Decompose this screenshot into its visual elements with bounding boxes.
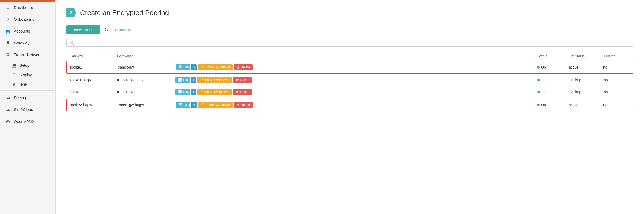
ha-status-cell: backup: [569, 78, 604, 82]
page-header: 2 Create an Encrypted Peering: [66, 8, 633, 17]
ha-status-cell: backup: [569, 90, 604, 94]
sidebar-label-dashboard: Dashboard: [14, 5, 33, 10]
transit-network-icon: ⚙: [5, 52, 11, 57]
gateway2-cell: transit-gw: [117, 90, 175, 94]
search-input[interactable]: [76, 41, 630, 45]
key-icon: 🔑: [201, 103, 205, 107]
sidebar-label-transit-network: Transit Network: [14, 52, 41, 57]
gateway-icon: 🖥: [5, 41, 11, 45]
toolbar: + New Peering ↻ Instructions: [66, 25, 633, 34]
table-row: spoke2-hagw transit-gw-hagw 📊 Diag ▾ 🔑 F…: [66, 99, 633, 111]
sidebar-label-setup: Setup: [20, 63, 29, 68]
bar-chart-icon: 📊: [178, 90, 182, 94]
actions-cell: 📊 Diag ▾ 🔑 Force Switchover 🗑 Delete: [176, 102, 537, 108]
status-cell: Up: [537, 103, 569, 107]
delete-button[interactable]: 🗑 Delete: [234, 64, 253, 70]
sidebar-item-onboarding[interactable]: ✈ Onboarding: [0, 13, 55, 25]
diag-dropdown-button[interactable]: ▾: [191, 102, 197, 108]
sidebar-item-accounts[interactable]: 👥 Accounts: [0, 25, 55, 37]
status-dot: [537, 104, 540, 106]
trash-icon: 🗑: [236, 65, 240, 69]
table-row: spoke2 transit-gw 📊 Diag ▾ 🔑 Force Switc…: [66, 86, 633, 98]
gateway2-cell: transit-gw-hagw: [117, 78, 175, 82]
diag-button[interactable]: 📊 Diag: [176, 64, 190, 70]
step-badge: 2: [66, 8, 76, 17]
refresh-button[interactable]: ↻: [104, 27, 108, 33]
diag-button[interactable]: 📊 Diag: [175, 89, 190, 95]
force-switchover-button[interactable]: 🔑 Force Switchover: [197, 77, 232, 83]
col-header-actions: [175, 54, 537, 58]
force-switchover-button[interactable]: 🔑 Force Switchover: [197, 89, 232, 95]
sidebar: ⌂ Dashboard ✈ Onboarding 👥 Accounts 🖥 Ga…: [0, 0, 56, 214]
gateway1-cell: spoke1: [70, 65, 118, 69]
sidebar-label-site2cloud: Site2Cloud: [14, 107, 33, 112]
sidebar-item-peering[interactable]: ⇄ Peering: [0, 92, 55, 104]
delete-button[interactable]: 🗑 Delete: [233, 77, 252, 83]
search-icon: 🔍: [70, 41, 74, 45]
openvpn-icon: ◎: [5, 119, 11, 124]
table-row: spoke1-hagw transit-gw-hagw 📊 Diag ▾ 🔑 F…: [66, 74, 633, 86]
delete-button[interactable]: 🗑 Delete: [233, 89, 252, 95]
setup-icon: 💻: [12, 63, 16, 68]
sidebar-item-site2cloud[interactable]: ☁ Site2Cloud: [0, 104, 55, 115]
bar-chart-icon: 📊: [179, 103, 183, 107]
actions-cell: 📊 Diag ▾ 🔑 Force Switchover 🗑 Delete: [175, 89, 537, 95]
cluster-cell: no: [603, 65, 630, 69]
col-header-gateway2: Gateway2: [117, 54, 175, 58]
sidebar-item-openvpn[interactable]: ◎ OpenVPN®: [0, 115, 55, 127]
diag-button[interactable]: 📊 Diag: [175, 77, 190, 83]
accounts-icon: 👥: [5, 29, 11, 34]
new-peering-button[interactable]: + New Peering: [66, 25, 100, 34]
sidebar-item-gateway[interactable]: 🖥 Gateway: [0, 37, 55, 49]
status-dot: [537, 91, 540, 93]
peering-icon: ⇄: [5, 95, 11, 100]
gateway1-cell: spoke2: [69, 90, 117, 94]
actions-cell: 📊 Diag ▾ 🔑 Force Switchover 🗑 Delete: [176, 64, 537, 70]
site2cloud-icon: ☁: [5, 107, 11, 112]
diag-dropdown-button[interactable]: ▾: [191, 89, 196, 95]
trash-icon: 🗑: [236, 103, 240, 107]
gateway2-cell: transit-gw-hagw: [118, 103, 176, 107]
table-container: Gateway1 Gateway2 Status HA Status Clust…: [66, 52, 633, 111]
table-header: Gateway1 Gateway2 Status HA Status Clust…: [66, 52, 633, 60]
cluster-cell: no: [604, 78, 630, 82]
sidebar-sub-item-display[interactable]: ☰ Display: [0, 70, 55, 80]
status-cell: Up: [537, 78, 569, 82]
gateway2-cell: transit-gw: [118, 65, 176, 69]
sidebar-item-transit-network[interactable]: ⚙ Transit Network: [0, 49, 55, 61]
sidebar-divider: [0, 90, 55, 91]
sidebar-sub-item-setup[interactable]: 💻 Setup: [0, 61, 55, 70]
dashboard-icon: ⌂: [5, 5, 11, 10]
sidebar-label-peering: Peering: [14, 95, 28, 100]
table-row: spoke1 transit-gw 📊 Diag ▾ 🔑 Force Switc…: [66, 61, 633, 74]
gateway1-cell: spoke2-hagw: [70, 103, 118, 107]
sidebar-label-bgp: BGP: [20, 82, 28, 87]
diag-dropdown-button[interactable]: ▾: [191, 64, 197, 70]
instructions-link[interactable]: Instructions: [113, 28, 132, 32]
force-switchover-button[interactable]: 🔑 Force Switchover: [198, 64, 233, 70]
page-title: Create an Encrypted Peering: [80, 9, 169, 17]
sidebar-label-onboarding: Onboarding: [14, 17, 34, 21]
onboarding-icon: ✈: [5, 17, 11, 22]
sidebar-item-dashboard[interactable]: ⌂ Dashboard: [0, 2, 55, 13]
trash-icon: 🗑: [236, 78, 239, 82]
sidebar-label-gateway: Gateway: [14, 41, 29, 45]
diag-dropdown-button[interactable]: ▾: [191, 77, 196, 83]
bgp-icon: ⊕: [12, 82, 16, 87]
main-content: 2 Create an Encrypted Peering + New Peer…: [56, 0, 644, 214]
delete-button[interactable]: 🗑 Delete: [234, 102, 253, 108]
cluster-cell: no: [603, 103, 630, 107]
display-icon: ☰: [12, 73, 16, 77]
sidebar-sub-item-bgp[interactable]: ⊕ BGP: [0, 80, 55, 89]
force-switchover-button[interactable]: 🔑 Force Switchover: [198, 102, 233, 108]
col-header-ha-status: HA Status: [569, 54, 604, 58]
sidebar-label-accounts: Accounts: [14, 29, 30, 33]
cluster-cell: no: [604, 90, 630, 94]
key-icon: 🔑: [201, 65, 205, 69]
bar-chart-icon: 📊: [179, 65, 183, 69]
key-icon: 🔑: [200, 90, 204, 94]
diag-button[interactable]: 📊 Diag: [176, 102, 190, 108]
actions-cell: 📊 Diag ▾ 🔑 Force Switchover 🗑 Delete: [175, 77, 537, 83]
col-header-cluster: Cluster: [604, 54, 630, 58]
sidebar-label-openvpn: OpenVPN®: [14, 119, 35, 124]
